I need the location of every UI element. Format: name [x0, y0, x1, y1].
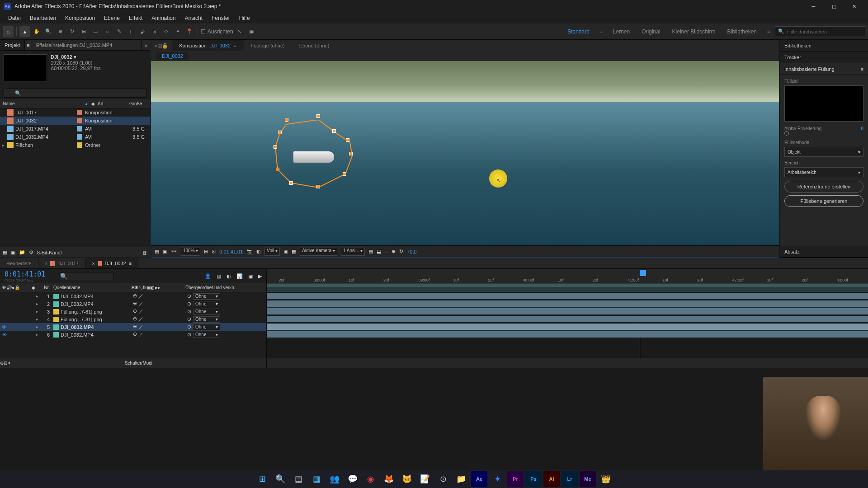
trash-icon[interactable]: 🗑	[142, 250, 147, 255]
graph-icon[interactable]: 📊	[236, 273, 243, 279]
project-item[interactable]: DJI_0017.MP4 AVI 3,5 G	[0, 125, 150, 133]
grid-icon[interactable]: ▤	[155, 249, 159, 254]
brush-tool[interactable]: 🖌	[137, 26, 148, 37]
timeline-track[interactable]	[267, 292, 868, 300]
premiere-icon[interactable]: Pr	[507, 471, 524, 487]
menu-hilfe[interactable]: Hilfe	[235, 15, 255, 21]
resolution-dropdown[interactable]: Voll ▾	[264, 248, 280, 256]
composition-viewer[interactable]: ↖	[151, 61, 779, 245]
pen-tool[interactable]: ✎	[113, 26, 124, 37]
timeline-layer[interactable]: ▸ 2 DJI_0032.MP4 ⊕／ ⊙Ohne ▾	[0, 300, 266, 308]
illustrator-icon[interactable]: Ai	[543, 471, 560, 487]
workspace-bibliotheken[interactable]: Bibliotheken	[722, 28, 762, 35]
camera-dropdown[interactable]: Aktive Kamera ▾	[300, 248, 337, 256]
workspace-menu-icon[interactable]: ≡	[596, 26, 607, 37]
project-item[interactable]: DJI_0017 Komposition	[0, 108, 150, 117]
workspace-overflow-icon[interactable]: »	[763, 26, 774, 37]
menu-ebene[interactable]: Ebene	[99, 15, 124, 21]
sort-icon[interactable]: ▲	[81, 99, 89, 108]
photoshop-icon[interactable]: Ps	[525, 471, 542, 487]
minimize-button[interactable]: ─	[803, 0, 824, 13]
panel-tracker[interactable]: Tracker	[780, 52, 868, 63]
help-search[interactable]: 🔍 Hilfe durchsuchen	[775, 26, 865, 37]
whatsapp-icon[interactable]: 💬	[344, 471, 361, 487]
zoom-dropdown[interactable]: 100% ▾	[181, 248, 200, 256]
alpha-slider-handle[interactable]	[784, 131, 789, 136]
switches-modes-label[interactable]: Schalter/Modi	[11, 361, 266, 366]
explorer-icon[interactable]: 📁	[453, 471, 469, 487]
rotate-tool[interactable]: ↻	[66, 26, 77, 37]
tab-dji0032[interactable]: × DJI_0032 ≡	[85, 258, 138, 268]
home-button[interactable]: ⌂	[3, 26, 14, 37]
obs-icon[interactable]: ⊙	[435, 471, 451, 487]
effect-settings-tab[interactable]: Effekteinstellungen DJI_0032.MP4	[32, 40, 142, 50]
motion-blur-icon[interactable]: ◐	[226, 273, 231, 279]
menu-datei[interactable]: Datei	[4, 15, 25, 21]
timeline-track[interactable]	[267, 323, 868, 331]
workspace-lernen[interactable]: Lernen	[608, 28, 635, 35]
timeline-layer[interactable]: ▸ 3 Füllung...7-81].png ⊕／ ⊙Ohne ▾	[0, 308, 266, 315]
app-icon-1[interactable]: ◉	[363, 471, 379, 487]
widgets-icon[interactable]: ▦	[308, 471, 325, 487]
project-item[interactable]: ▸ Flächen Ordner	[0, 141, 150, 149]
timeline-layer[interactable]: ▸ 4 Füllung...7-81].png ⊕／ ⊙Ohne ▾	[0, 315, 266, 323]
timeline-ruler[interactable]: 20f38:00f10f20f39:00f10f20f40:00f10f20f4…	[267, 269, 868, 283]
col-name[interactable]: Name	[0, 99, 81, 108]
project-item[interactable]: DJI_0032 Komposition	[0, 117, 150, 125]
zoom-tool[interactable]: 🔍	[43, 26, 54, 37]
menu-animation[interactable]: Animation	[147, 15, 180, 21]
toggle-switches-icon[interactable]: ⊕⊡✦	[0, 361, 11, 366]
search-taskbar-icon[interactable]: 🔍	[272, 471, 288, 487]
exposure-value[interactable]: +0,0	[407, 249, 417, 254]
grid-toggle-icon[interactable]: ⊡	[212, 249, 216, 254]
alpha-expansion-value[interactable]: 0	[861, 126, 863, 131]
mask-icon[interactable]: 👓	[171, 249, 177, 254]
col-art[interactable]: Art	[95, 99, 127, 108]
safe-zones-icon[interactable]: ⊞	[204, 249, 208, 254]
hand-tool[interactable]: ✋	[31, 26, 42, 37]
frame-blend-icon[interactable]: ▧	[217, 273, 221, 279]
roto-tool[interactable]: ✦	[172, 26, 183, 37]
panel-content-aware-fill[interactable]: Inhaltsbasierte Füllung≡	[780, 63, 868, 75]
col-source[interactable]: Quellenname	[52, 285, 131, 290]
timeline-track[interactable]	[267, 308, 868, 315]
channel-icon[interactable]: ◐	[256, 249, 261, 254]
comp-breadcrumb[interactable]: DJI_0032	[151, 51, 779, 61]
maximize-button[interactable]: ▢	[824, 0, 844, 13]
project-search-input[interactable]	[4, 89, 146, 98]
app-icon-3[interactable]: 📝	[417, 471, 433, 487]
new-folder-icon[interactable]: 📁	[19, 249, 25, 255]
draft3d-icon[interactable]: ▣	[248, 273, 253, 279]
flowchart-icon[interactable]: ×▤🔒	[151, 43, 172, 49]
close-button[interactable]: ✕	[844, 0, 864, 13]
project-tab[interactable]: Projekt	[0, 40, 25, 50]
create-reference-frame-button[interactable]: Referenzframe erstellen	[784, 181, 863, 192]
workspace-standard[interactable]: Standard	[562, 28, 595, 35]
snapshot-icon[interactable]: 📷	[246, 249, 253, 254]
align-checkbox[interactable]: ☐Ausrichten	[201, 28, 233, 35]
eraser-tool[interactable]: ◇	[160, 26, 171, 37]
snap-options-icon[interactable]: ▣	[246, 26, 257, 37]
timeline-icon[interactable]: ≡	[385, 249, 387, 254]
transparency-icon[interactable]: ▦	[292, 249, 296, 254]
new-comp-icon[interactable]: ▣	[11, 249, 15, 255]
settings-icon[interactable]: ⚙	[29, 249, 33, 255]
timeline-track[interactable]	[267, 331, 868, 338]
timeline-layer[interactable]: ▸ 1 DJI_0032.MP4 ⊕／ ⊙Ohne ▾	[0, 292, 266, 300]
reset-exposure-icon[interactable]: ↻	[399, 249, 403, 254]
menu-effekt[interactable]: Effekt	[124, 15, 147, 21]
type-tool[interactable]: T	[125, 26, 136, 37]
timeline-layer[interactable]: 👁 ▸ 6 DJI_0032.MP4 ⊕／ ⊙Ohne ▾	[0, 331, 266, 338]
shy-icon[interactable]: 👤	[205, 273, 211, 279]
col-nr[interactable]: Nr.	[42, 285, 52, 290]
project-item[interactable]: DJI_0032.MP4 AVI 3,5 G	[0, 133, 150, 141]
firefox-icon[interactable]: 🦊	[381, 471, 397, 487]
teams-icon[interactable]: 👥	[326, 471, 343, 487]
timeline-current-time[interactable]: 0:01:41:01	[5, 270, 45, 278]
menu-bearbeiten[interactable]: Bearbeiten	[25, 15, 61, 21]
timeline-search[interactable]	[60, 272, 114, 280]
menu-ansicht[interactable]: Ansicht	[180, 15, 207, 21]
col-size[interactable]: Größe	[127, 99, 145, 108]
ae-taskbar-icon[interactable]: Ae	[471, 471, 487, 487]
toggle-alpha-icon[interactable]: ▣	[163, 249, 167, 254]
